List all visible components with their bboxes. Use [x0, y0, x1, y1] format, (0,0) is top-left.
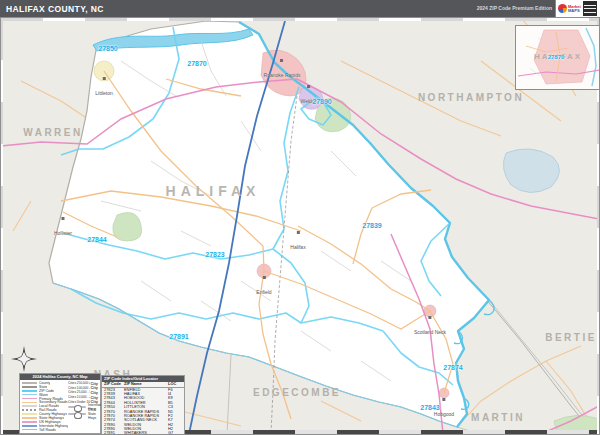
legend-swatch — [22, 402, 37, 404]
town-dot-icon — [442, 398, 445, 401]
town-marker: Hollister — [54, 220, 72, 238]
map-page: HALIFAX COUNTY, NC 2024 ZIP Code Premium… — [0, 0, 600, 435]
county-label: MARTIN — [471, 412, 525, 423]
legend-swatch — [22, 409, 37, 411]
zip-code-label: 27890 — [312, 98, 331, 105]
highway-shield-icon — [68, 406, 86, 408]
highway-shield-icon — [68, 413, 86, 415]
legend-shield-row: US & State Hwys — [68, 411, 98, 418]
legend-swatch — [22, 382, 37, 384]
zip-code-text: 27891 — [169, 333, 188, 340]
town-marker: Scotland Neck — [414, 319, 446, 337]
zip-code-label: 27844 — [87, 236, 106, 243]
town-dot-icon — [429, 316, 432, 319]
town-marker: Halifax — [290, 234, 305, 252]
zip-code-label: 27870 — [187, 60, 206, 67]
town-name: Hobgood — [434, 411, 454, 417]
legend-swatch — [22, 417, 37, 419]
zip-code-text: 27850 — [98, 45, 117, 52]
zip-code-text: 27844 — [87, 236, 106, 243]
inset-zip-label: 27870 — [548, 54, 565, 60]
town-name: Enfield — [256, 289, 271, 295]
zip-code-label: 27843 — [420, 404, 439, 411]
legend-swatch — [22, 386, 37, 388]
map-canvas: WARREN NORTHAMPTON HALIFAX NASH EDGECOMB… — [0, 17, 600, 435]
zip-code-text: 27839 — [362, 222, 381, 229]
legend-swatch — [22, 413, 37, 415]
legend-swatch — [22, 398, 37, 400]
town-name: Littleton — [95, 90, 113, 96]
inset-map: HALIFAX 27870 — [515, 25, 600, 90]
legend-swatch — [22, 429, 37, 431]
county-name: NORTHAMPTON — [418, 92, 524, 103]
town-dot-icon — [281, 59, 284, 62]
zip-code-text: 27843 — [420, 404, 439, 411]
town-marker: Littleton — [95, 80, 113, 98]
zip-code-label: 27823 — [205, 251, 224, 258]
town-dot-icon — [262, 276, 265, 279]
legend-city-sizes: Cities 250,000 and Above City Cities 100… — [68, 381, 98, 404]
table-row: 27891 WHITAKERS G7 — [102, 431, 184, 435]
brand-logo: Market MAPS — [555, 0, 600, 17]
zip-code-text: 27890 — [312, 98, 331, 105]
town-name: Halifax — [290, 244, 305, 250]
logo-side-block — [583, 1, 597, 16]
zip-code-label: 27839 — [362, 222, 381, 229]
zip-code-text: 27874 — [443, 364, 462, 371]
zip-code-text: 27823 — [205, 251, 224, 258]
cell-name: WHITAKERS — [124, 431, 168, 435]
page-title: HALIFAX COUNTY, NC — [6, 4, 104, 14]
county-name: HALIFAX — [166, 183, 261, 199]
grid-ruler-left — [1, 18, 3, 434]
legend-city-label: Cities 25,000 - 99,999 — [68, 390, 90, 394]
town-marker: Roanoke Rapids — [264, 62, 301, 80]
legend-city-label: Cities 100,000 - 249,999 — [68, 386, 90, 390]
legend-swatch — [22, 405, 37, 407]
inset-zip-text: 27870 — [548, 54, 565, 60]
county-name: BERTIE — [545, 332, 597, 343]
legend-item: Toll Roads — [22, 428, 68, 432]
zip-index-table: ZIP Code Index/Grid Locator ZIP Code ZIP… — [101, 375, 185, 435]
map-legend: 2024 Halifax County, NC Map County State — [19, 373, 101, 434]
zip-table-body: 27823 ENFIELD F6 27839 HALIFAX I4 27843 … — [102, 388, 184, 435]
county-label: EDGECOMBE — [253, 387, 341, 398]
grid-ruler-top — [1, 18, 599, 21]
town-dot-icon — [296, 231, 299, 234]
cell-zip: 27891 — [102, 431, 124, 435]
legend-items: County State ZIP Code — [22, 381, 68, 432]
county-label: BERTIE — [545, 332, 597, 343]
legend-swatch — [22, 425, 37, 427]
county-label: WARREN — [23, 127, 82, 138]
town-dot-icon — [62, 217, 65, 220]
edition-label: 2024 ZIP Code Premium Edition — [477, 5, 552, 11]
legend-shield-label: US & State Hwys — [88, 408, 98, 420]
legend-shields: Interstate Hwys US & State Hwys — [68, 404, 98, 418]
zip-code-text: 27870 — [187, 60, 206, 67]
county-name: WARREN — [23, 127, 82, 138]
town-name: Roanoke Rapids — [264, 72, 301, 78]
town-dot-icon — [102, 77, 105, 80]
legend-city-label: Cities Under 10,000 — [68, 400, 90, 404]
map-graphics — [1, 18, 599, 434]
town-marker: Enfield — [256, 279, 271, 297]
logo-wordmark: Market MAPS — [568, 5, 581, 13]
legend-city-label: Cities 250,000 and Above — [68, 381, 90, 385]
legend-item-label: Toll Roads — [39, 428, 56, 432]
zip-code-label: 27874 — [443, 364, 462, 371]
legend-swatch — [22, 421, 37, 423]
cell-loc: G7 — [168, 431, 180, 435]
logo-pie-icon — [558, 4, 567, 13]
county-name: EDGECOMBE — [253, 387, 341, 398]
town-dot-icon — [308, 85, 311, 88]
zip-code-label: 27850 — [98, 45, 117, 52]
town-name: Scotland Neck — [414, 329, 446, 335]
zip-code-label: 27891 — [169, 333, 188, 340]
header-bar: HALIFAX COUNTY, NC 2024 ZIP Code Premium… — [0, 0, 600, 17]
legend-city-label: Cities 10,000 - 24,999 — [68, 395, 90, 399]
legend-swatch — [22, 394, 37, 396]
town-name: Hollister — [54, 230, 72, 236]
county-label: HALIFAX — [166, 183, 261, 199]
logo-word-2: MAPS — [568, 8, 580, 13]
county-label: NORTHAMPTON — [418, 92, 524, 103]
legend-swatch — [22, 390, 37, 392]
